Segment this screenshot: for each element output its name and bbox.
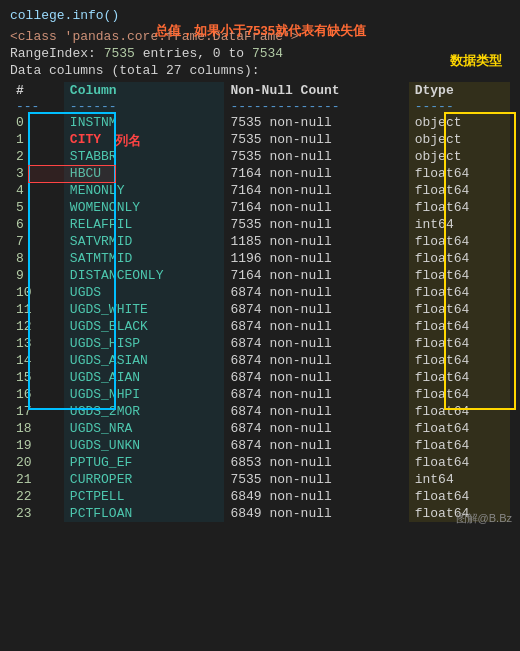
row-index: 22: [10, 488, 64, 505]
row-index: 18: [10, 420, 64, 437]
row-column: DISTANCEONLY: [64, 267, 225, 284]
row-count: 6874 non-null: [224, 420, 408, 437]
row-dtype: float64: [409, 386, 510, 403]
row-dtype: float64: [409, 165, 510, 182]
row-count: 7164 non-null: [224, 182, 408, 199]
row-column: CITY: [64, 131, 225, 148]
row-index: 1: [10, 131, 64, 148]
row-count: 7535 non-null: [224, 471, 408, 488]
row-index: 16: [10, 386, 64, 403]
annotation-colname-text: 列名: [115, 133, 141, 148]
row-column: UGDS_NRA: [64, 420, 225, 437]
row-index: 12: [10, 318, 64, 335]
table-row: 3 HBCU 7164 non-null float64: [10, 165, 510, 182]
table-row: 19 UGDS_UNKN 6874 non-null float64: [10, 437, 510, 454]
row-index: 23: [10, 505, 64, 522]
row-column: RELAFFIL: [64, 216, 225, 233]
table-row: 21 CURROPER 7535 non-null int64: [10, 471, 510, 488]
table-row: 8 SATMTMID 1196 non-null float64: [10, 250, 510, 267]
table-row: 5 WOMENONLY 7164 non-null float64: [10, 199, 510, 216]
row-index: 0: [10, 114, 64, 131]
table-row: 10 UGDS 6874 non-null float64: [10, 284, 510, 301]
row-count: 7535 non-null: [224, 216, 408, 233]
row-dtype: float64: [409, 352, 510, 369]
row-index: 19: [10, 437, 64, 454]
range-end: 7534: [252, 46, 283, 61]
row-dtype: float64: [409, 267, 510, 284]
table-row: 14 UGDS_ASIAN 6874 non-null float64: [10, 352, 510, 369]
col-header-count: Non-Null Count: [224, 82, 408, 99]
row-dtype: float64: [409, 284, 510, 301]
row-count: 6874 non-null: [224, 403, 408, 420]
code-call-line: college.info(): [10, 8, 510, 23]
data-columns-text: Data columns (total 27 columns):: [10, 63, 260, 78]
row-count: 7164 non-null: [224, 165, 408, 182]
row-column: UGDS_HISP: [64, 335, 225, 352]
annotation-dtype: 数据类型: [450, 52, 502, 70]
row-column: UGDS_BLACK: [64, 318, 225, 335]
row-column: UGDS_AIAN: [64, 369, 225, 386]
table-row: 23 PCTFLOAN 6849 non-null float64: [10, 505, 510, 522]
row-index: 6: [10, 216, 64, 233]
row-column: STABBR: [64, 148, 225, 165]
row-dtype: float64: [409, 250, 510, 267]
row-count: 7535 non-null: [224, 148, 408, 165]
table-row: 7 SATVRMID 1185 non-null float64: [10, 233, 510, 250]
info-table: # Column Non-Null Count Dtype --- ------…: [10, 82, 510, 522]
row-count: 6874 non-null: [224, 352, 408, 369]
row-index: 8: [10, 250, 64, 267]
row-dtype: float64: [409, 318, 510, 335]
table-row: 0 INSTNM 7535 non-null object: [10, 114, 510, 131]
row-index: 9: [10, 267, 64, 284]
row-dtype: object: [409, 131, 510, 148]
row-count: 6874 non-null: [224, 335, 408, 352]
sep-column: ------: [64, 99, 225, 114]
row-dtype: float64: [409, 301, 510, 318]
row-index: 14: [10, 352, 64, 369]
watermark: 图解@B.Bz: [456, 511, 512, 526]
table-row: 15 UGDS_AIAN 6874 non-null float64: [10, 369, 510, 386]
row-count: 1196 non-null: [224, 250, 408, 267]
range-line: RangeIndex: 7535 entries, 0 to 7534: [10, 46, 510, 61]
row-dtype: float64: [409, 437, 510, 454]
table-row: 13 UGDS_HISP 6874 non-null float64: [10, 335, 510, 352]
range-entries: entries, 0 to: [143, 46, 252, 61]
table-row: 22 PCTPELL 6849 non-null float64: [10, 488, 510, 505]
row-column: WOMENONLY: [64, 199, 225, 216]
row-column: UGDS: [64, 284, 225, 301]
row-column: PPTUG_EF: [64, 454, 225, 471]
data-rows-body: 0 INSTNM 7535 non-null object 1 CITY 753…: [10, 114, 510, 522]
sep-count: --------------: [224, 99, 408, 114]
row-index: 15: [10, 369, 64, 386]
row-column: UGDS_UNKN: [64, 437, 225, 454]
annotation-total: 总值，如果小于7535就代表有缺失值: [155, 22, 366, 40]
row-column: MENONLY: [64, 182, 225, 199]
row-index: 13: [10, 335, 64, 352]
row-dtype: object: [409, 148, 510, 165]
annotation-total-text: 总值，如果小于7535就代表有缺失值: [155, 23, 366, 38]
row-count: 6849 non-null: [224, 505, 408, 522]
annotation-colname: 列名: [115, 132, 141, 150]
row-count: 6853 non-null: [224, 454, 408, 471]
row-dtype: float64: [409, 182, 510, 199]
col-header-dtype: Dtype: [409, 82, 510, 99]
row-column: CURROPER: [64, 471, 225, 488]
title-text: college.info(): [10, 8, 119, 23]
table-row: 17 UGDS_2MOR 6874 non-null float64: [10, 403, 510, 420]
row-dtype: float64: [409, 488, 510, 505]
row-column: UGDS_WHITE: [64, 301, 225, 318]
table-row: 2 STABBR 7535 non-null object: [10, 148, 510, 165]
table-row: 20 PPTUG_EF 6853 non-null float64: [10, 454, 510, 471]
row-column: UGDS_ASIAN: [64, 352, 225, 369]
row-dtype: int64: [409, 471, 510, 488]
row-count: 6874 non-null: [224, 369, 408, 386]
table-row: 9 DISTANCEONLY 7164 non-null float64: [10, 267, 510, 284]
range-label: RangeIndex:: [10, 46, 104, 61]
row-index: 5: [10, 199, 64, 216]
row-dtype: float64: [409, 369, 510, 386]
row-count: 6874 non-null: [224, 386, 408, 403]
row-dtype: object: [409, 114, 510, 131]
separator-row: --- ------ -------------- -----: [10, 99, 510, 114]
row-count: 6874 non-null: [224, 301, 408, 318]
row-dtype: float64: [409, 403, 510, 420]
